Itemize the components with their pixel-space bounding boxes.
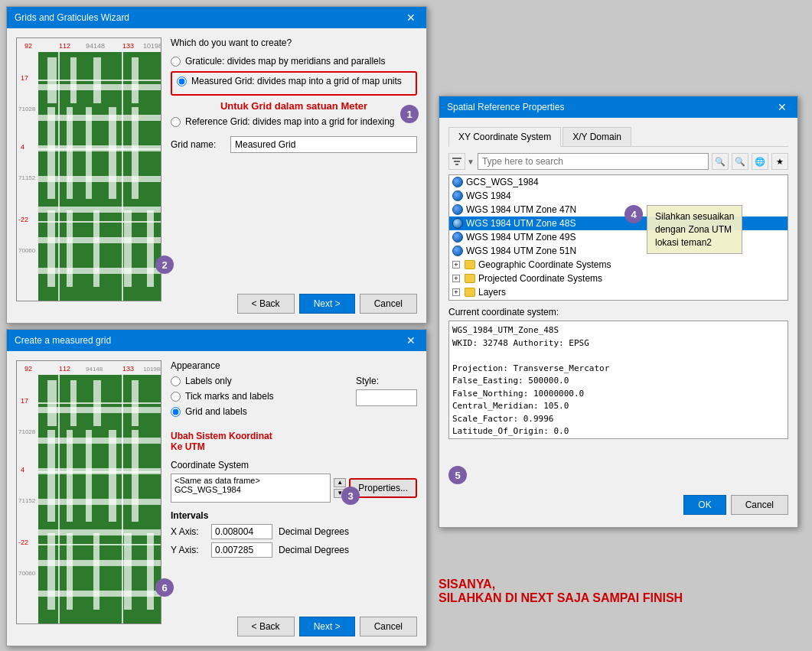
tree-item-wgs1984[interactable]: WGS 1984 xyxy=(449,189,788,203)
wizard2-back-button[interactable]: < Back xyxy=(237,617,295,636)
wizard1-grid-name-input[interactable] xyxy=(230,136,417,153)
svg-rect-36 xyxy=(67,210,73,287)
svg-rect-60 xyxy=(70,380,77,426)
style-section: Style: xyxy=(356,376,417,406)
wizard1-option-measured[interactable]: Measured Grid: divides map into a grid o… xyxy=(177,76,411,86)
svg-rect-23 xyxy=(38,84,161,90)
svg-text:71028: 71028 xyxy=(18,428,36,435)
wizard1-next-button[interactable]: Next > xyxy=(299,294,355,314)
wizard1-close-button[interactable]: ✕ xyxy=(403,11,419,24)
graticule-radio[interactable] xyxy=(171,57,181,67)
x-axis-input[interactable] xyxy=(211,524,272,539)
star-icon[interactable]: ★ xyxy=(771,153,788,170)
expand-icon-1: + xyxy=(452,261,460,269)
toolbar-icon-group: ▼ xyxy=(448,153,474,170)
svg-rect-27 xyxy=(38,207,161,213)
svg-rect-67 xyxy=(38,529,161,535)
globe-icon-3 xyxy=(452,204,463,215)
svg-rect-59 xyxy=(47,380,57,426)
svg-rect-19 xyxy=(47,57,57,103)
wizard2-labels-only[interactable]: Labels only xyxy=(171,376,344,386)
svg-rect-39 xyxy=(147,210,154,287)
svg-rect-70 xyxy=(47,430,55,522)
tab-xy-coordinate[interactable]: XY Coordinate System xyxy=(448,127,561,147)
wizard1-cancel-button[interactable]: Cancel xyxy=(360,294,417,314)
wizard2-tick-marks[interactable]: Tick marks and labels xyxy=(171,391,344,402)
grid-labels-radio[interactable] xyxy=(171,407,181,417)
globe-icon-4 xyxy=(452,218,463,229)
svg-rect-62 xyxy=(132,380,139,426)
labels-only-radio[interactable] xyxy=(171,376,181,386)
wizard2-close-button[interactable]: ✕ xyxy=(403,334,419,347)
spatial-ref-dialog: Spatial Reference Properties ✕ XY Coordi… xyxy=(439,96,798,528)
wizard1-radio-group: Graticule: divides map by meridians and … xyxy=(171,56,417,127)
svg-rect-79 xyxy=(147,533,154,610)
wizard2-intervals-section: Intervals X Axis: Decimal Degrees Y Axis… xyxy=(171,510,417,558)
badge-6: 6 xyxy=(155,578,174,597)
wizard1-grid-name-label: Grid name: xyxy=(171,139,224,150)
tree-folder-layers[interactable]: + Layers xyxy=(449,285,788,299)
wizard2-grid-labels[interactable]: Grid and labels xyxy=(171,406,344,417)
measured-radio[interactable] xyxy=(177,76,187,86)
spatial-ref-close-button[interactable]: ✕ xyxy=(774,101,790,113)
style-box[interactable] xyxy=(356,389,417,406)
wizard2-annotation-coord: Ubah Sistem KoordinatKe UTM xyxy=(171,431,417,452)
x-axis-label: X Axis: xyxy=(171,526,205,537)
reference-radio[interactable] xyxy=(171,117,181,127)
spatial-ref-toolbar: ▼ 🔍 🔍 🌐 ★ xyxy=(448,153,788,170)
svg-text:92: 92 xyxy=(24,365,32,373)
svg-text:101988: 101988 xyxy=(143,42,161,50)
wizard1-title: Grids and Graticules Wizard xyxy=(15,12,129,23)
wizard2-next-button[interactable]: Next > xyxy=(299,617,355,636)
globe-icon[interactable]: 🌐 xyxy=(752,153,768,170)
tab-xy-domain[interactable]: X/Y Domain xyxy=(563,127,631,146)
y-axis-input[interactable] xyxy=(211,542,272,558)
svg-text:70060: 70060 xyxy=(18,570,36,577)
svg-rect-80 xyxy=(452,158,461,159)
style-label: Style: xyxy=(356,376,417,386)
svg-rect-26 xyxy=(38,176,161,182)
spatial-ref-search-input[interactable] xyxy=(478,153,709,170)
y-axis-unit: Decimal Degrees xyxy=(279,545,349,555)
svg-text:133: 133 xyxy=(122,365,134,373)
globe-icon-6 xyxy=(452,246,463,256)
wizard2-coord-label: Coordinate System xyxy=(171,460,417,470)
wizard1-dialog: Grids and Graticules Wizard ✕ 92 112 941… xyxy=(6,6,427,324)
search-button[interactable]: 🔍 xyxy=(712,153,729,170)
svg-rect-28 xyxy=(38,237,161,243)
globe-icon-1 xyxy=(452,177,463,187)
x-axis-unit: Decimal Degrees xyxy=(279,526,349,537)
wizard1-option-reference[interactable]: Reference Grid: divides map into a grid … xyxy=(171,116,417,127)
svg-rect-38 xyxy=(124,210,132,287)
svg-text:70060: 70060 xyxy=(18,247,36,254)
current-coord-label: Current coordinate system: xyxy=(448,307,788,317)
coord-system-display[interactable]: <Same as data frame> GCS_WGS_1984 xyxy=(171,474,331,503)
wizard2-cancel-button[interactable]: Cancel xyxy=(360,617,417,636)
tree-folder-projected[interactable]: + Projected Coordinate Systems xyxy=(449,272,788,285)
spatial-ref-titlebar: Spatial Reference Properties ✕ xyxy=(439,96,797,118)
expand-icon-2: + xyxy=(452,275,460,282)
wizard2-titlebar: Create a measured grid ✕ xyxy=(7,330,426,351)
wizard1-option-graticule[interactable]: Graticule: divides map by meridians and … xyxy=(171,56,417,67)
svg-rect-30 xyxy=(47,107,55,199)
coord-up-arrow[interactable]: ▲ xyxy=(334,478,346,487)
svg-rect-34 xyxy=(132,107,139,199)
tick-marks-radio[interactable] xyxy=(171,392,181,402)
toolbar-icon-1[interactable] xyxy=(448,153,465,170)
svg-text:-22: -22 xyxy=(18,216,28,223)
svg-rect-33 xyxy=(109,107,116,199)
wizard1-back-button[interactable]: < Back xyxy=(237,294,295,314)
svg-text:4: 4 xyxy=(21,466,24,474)
spatial-ref-cancel-button[interactable]: Cancel xyxy=(731,495,788,515)
svg-rect-82 xyxy=(455,164,458,165)
tree-item-gcs-wgs1984[interactable]: GCS_WGS_1984 xyxy=(449,175,788,189)
wizard2-title: Create a measured grid xyxy=(15,335,111,346)
search-icon-2[interactable]: 🔍 xyxy=(732,153,748,170)
spatial-ref-button-row: OK Cancel xyxy=(683,495,788,515)
wizard1-highlighted-option: Measured Grid: divides map into a grid o… xyxy=(171,71,417,96)
svg-rect-64 xyxy=(38,438,161,444)
tree-folder-geographic[interactable]: + Geographic Coordinate Systems xyxy=(449,258,788,272)
badge-2: 2 xyxy=(155,256,174,274)
svg-rect-74 xyxy=(132,430,139,522)
spatial-ref-ok-button[interactable]: OK xyxy=(683,495,726,515)
